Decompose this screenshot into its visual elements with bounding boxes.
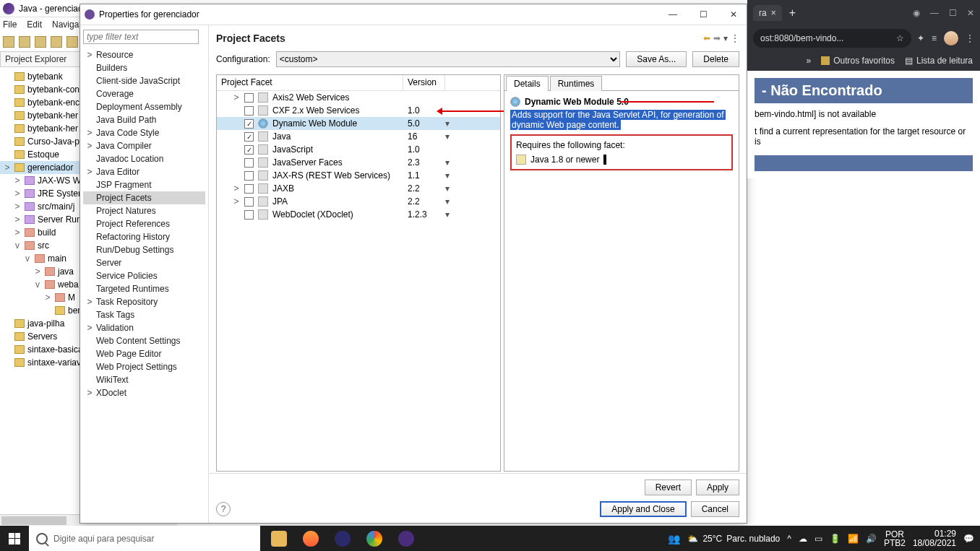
delete-button[interactable]: Delete [692, 51, 739, 67]
col-project-facet[interactable]: Project Facet [217, 75, 403, 90]
nav-item[interactable]: Client-side JavaScript [83, 74, 205, 87]
taskbar-app[interactable] [296, 526, 325, 551]
nav-item[interactable]: Targeted Runtimes [83, 282, 205, 295]
toolbar-icon[interactable] [51, 36, 62, 48]
notifications-icon[interactable]: 💬 [963, 534, 974, 544]
taskbar-app[interactable] [328, 526, 357, 551]
nav-item[interactable]: Project References [83, 217, 205, 230]
browser-close[interactable]: ✕ [967, 8, 974, 18]
toolbar-icon[interactable] [19, 36, 30, 48]
configuration-select[interactable]: <custom> [276, 51, 621, 67]
back-arrow-icon[interactable]: ⬅ [703, 33, 710, 43]
apply-button[interactable]: Apply [696, 480, 739, 495]
nav-item[interactable]: Coverage [83, 87, 205, 100]
nav-item[interactable]: Web Content Settings [83, 334, 205, 347]
nav-item[interactable]: Project Facets [83, 191, 205, 204]
toolbar-icon[interactable] [66, 36, 78, 48]
version-dropdown[interactable]: ▾ [445, 118, 463, 129]
version-dropdown[interactable]: ▾ [445, 157, 463, 168]
checkbox[interactable] [244, 106, 254, 116]
browser-minimize[interactable]: — [930, 8, 939, 18]
checkbox[interactable] [244, 158, 254, 168]
checkbox[interactable]: ✓ [244, 145, 254, 155]
taskbar-app[interactable] [265, 526, 293, 551]
menu-edit[interactable]: Edit [27, 19, 42, 30]
checkbox[interactable] [244, 197, 254, 207]
version-dropdown[interactable]: ▾ [445, 131, 463, 142]
language-indicator[interactable]: POR PTB2 [884, 530, 906, 547]
close-button[interactable]: ✕ [725, 9, 742, 19]
taskbar-app[interactable] [360, 526, 389, 551]
nav-item[interactable]: Run/Debug Settings [83, 243, 205, 256]
menu-navigate[interactable]: Navigat [52, 19, 82, 30]
toolbar-icon[interactable] [35, 36, 46, 48]
facet-row[interactable]: >Axis2 Web Services [217, 91, 500, 104]
nav-item[interactable]: Deployment Assembly [83, 100, 205, 113]
people-icon[interactable]: 👥 [668, 533, 680, 545]
save-as-button[interactable]: Save As... [626, 51, 687, 67]
nav-item[interactable]: Task Tags [83, 308, 205, 321]
nav-item[interactable]: Project Natures [83, 204, 205, 217]
start-button[interactable] [0, 526, 29, 551]
volume-icon[interactable]: 🔊 [866, 534, 877, 544]
facet-row[interactable]: >JPA2.2▾ [217, 195, 500, 208]
filter-input[interactable] [83, 30, 199, 44]
menu-dots-icon[interactable]: ⋮ [966, 33, 974, 43]
menu-file[interactable]: File [3, 19, 17, 30]
nav-item[interactable]: >Java Code Style [83, 126, 205, 139]
star-icon[interactable]: ☆ [896, 33, 904, 43]
bookmark-folder[interactable]: Outros favoritos [821, 56, 895, 66]
reading-list[interactable]: ▤Lista de leitura [905, 56, 973, 66]
facet-row[interactable]: >JAXB2.2▾ [217, 182, 500, 195]
more-bookmarks[interactable]: » [807, 56, 812, 66]
taskbar-app[interactable] [392, 526, 421, 551]
apply-and-close-button[interactable]: Apply and Close [600, 501, 686, 517]
nav-item[interactable]: Javadoc Location [83, 152, 205, 165]
facet-row[interactable]: JAX-RS (REST Web Services)1.1▾ [217, 169, 500, 182]
nav-item[interactable]: WikiText [83, 373, 205, 386]
url-bar[interactable]: ost:8080/bem-vindo... ☆ [753, 29, 911, 48]
menu-icon[interactable]: ⋮ [731, 33, 739, 43]
browser-tab[interactable]: ra × [753, 5, 782, 21]
checkbox[interactable] [244, 171, 254, 181]
tab-runtimes[interactable]: Runtimes [550, 76, 603, 91]
nav-item[interactable]: >Validation [83, 321, 205, 334]
checkbox[interactable] [244, 93, 254, 103]
nav-item[interactable]: >XDoclet [83, 386, 205, 399]
new-tab-button[interactable]: + [789, 6, 796, 19]
extensions-icon[interactable]: ✦ [917, 33, 924, 43]
maximize-button[interactable]: ☐ [695, 9, 712, 19]
dropdown-arrow-icon[interactable]: ▾ [723, 33, 728, 43]
checkbox[interactable] [244, 210, 254, 220]
facet-row[interactable]: ✓Dynamic Web Module5.0▾ [217, 117, 500, 130]
playlist-icon[interactable]: ≡ [932, 33, 937, 43]
facet-row[interactable]: WebDoclet (XDoclet)1.2.3▾ [217, 208, 500, 221]
facet-row[interactable]: ✓Java16▾ [217, 130, 500, 143]
forward-arrow-icon[interactable]: ➡ [713, 33, 721, 43]
facet-row[interactable]: JavaServer Faces2.3▾ [217, 156, 500, 169]
help-icon[interactable]: ? [216, 502, 231, 516]
version-dropdown[interactable]: ▾ [445, 196, 463, 207]
nav-item[interactable]: JSP Fragment [83, 178, 205, 191]
version-dropdown[interactable]: ▾ [445, 209, 463, 220]
checkbox[interactable]: ✓ [244, 119, 254, 129]
clock[interactable]: 01:29 18/08/2021 [913, 529, 956, 548]
toolbar-icon[interactable] [3, 36, 14, 48]
incognito-icon[interactable]: ◉ [913, 8, 920, 18]
checkbox[interactable]: ✓ [244, 132, 254, 142]
nav-item[interactable]: Builders [83, 61, 205, 74]
revert-button[interactable]: Revert [645, 480, 692, 495]
tray-icon[interactable]: ▭ [814, 534, 822, 544]
minimize-button[interactable]: — [664, 9, 682, 19]
nav-item[interactable]: Web Project Settings [83, 360, 205, 373]
onedrive-icon[interactable]: ☁ [799, 534, 807, 544]
nav-item[interactable]: Server [83, 256, 205, 269]
nav-item[interactable]: >Java Editor [83, 165, 205, 178]
checkbox[interactable] [244, 184, 254, 194]
col-version[interactable]: Version [403, 75, 445, 90]
browser-maximize[interactable]: ☐ [949, 8, 957, 18]
battery-icon[interactable]: 🔋 [830, 534, 841, 544]
nav-item[interactable]: Web Page Editor [83, 347, 205, 360]
nav-item[interactable]: >Resource [83, 48, 205, 61]
cancel-button[interactable]: Cancel [691, 501, 739, 517]
